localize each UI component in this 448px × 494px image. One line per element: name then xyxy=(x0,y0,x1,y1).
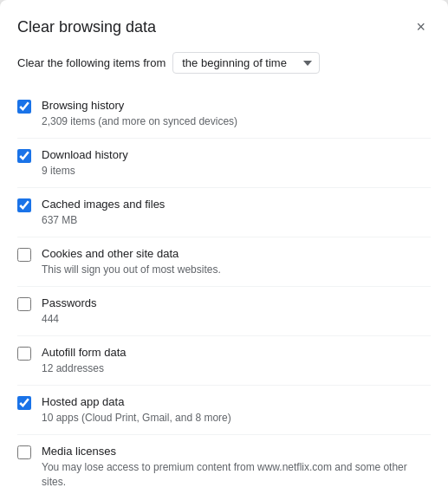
checkbox-input-cached-images[interactable] xyxy=(17,198,31,212)
checkbox-input-hosted-app[interactable] xyxy=(17,396,31,410)
time-range-select[interactable]: the beginning of timethe past hourthe pa… xyxy=(172,52,320,74)
item-label: Autofill form data xyxy=(42,345,431,361)
item-label: Cached images and files xyxy=(42,197,431,212)
list-item: Download history9 items xyxy=(17,139,431,188)
list-item: Browsing history2,309 items (and more on… xyxy=(17,89,431,139)
checkbox-cookies[interactable] xyxy=(17,248,31,265)
dialog-header: Clear browsing data × xyxy=(17,17,431,36)
checkbox-media-licenses[interactable] xyxy=(17,445,31,463)
checkbox-input-download-history[interactable] xyxy=(17,149,31,163)
list-item: Cached images and files637 MB xyxy=(17,188,431,237)
list-item: Cookies and other site dataThis will sig… xyxy=(17,237,431,287)
close-button[interactable]: × xyxy=(411,17,431,36)
item-sub: 12 addresses xyxy=(42,361,431,376)
list-item: Autofill form data12 addresses xyxy=(17,336,431,386)
checkbox-input-cookies[interactable] xyxy=(17,248,31,262)
item-label: Media licenses xyxy=(42,444,431,459)
item-sub: This will sign you out of most websites. xyxy=(42,263,431,277)
checkbox-browsing-history[interactable] xyxy=(17,100,31,117)
item-label: Hosted app data xyxy=(42,394,431,410)
checkbox-autofill[interactable] xyxy=(17,347,31,364)
list-item: Passwords444 xyxy=(17,287,431,336)
items-list: Browsing history2,309 items (and more on… xyxy=(17,89,431,494)
item-sub: 637 MB xyxy=(42,213,431,228)
item-sub: You may lose access to premium content f… xyxy=(42,460,431,490)
dialog-title: Clear browsing data xyxy=(17,18,156,36)
clear-browsing-data-dialog: Clear browsing data × Clear the followin… xyxy=(0,0,448,494)
list-item: Media licensesYou may lose access to pre… xyxy=(17,435,431,494)
item-label: Passwords xyxy=(42,296,431,311)
item-sub: 10 apps (Cloud Print, Gmail, and 8 more) xyxy=(42,411,431,426)
item-sub: 9 items xyxy=(42,164,431,179)
item-label: Browsing history xyxy=(42,98,431,114)
item-label: Cookies and other site data xyxy=(42,246,431,262)
time-range-label: Clear the following items from xyxy=(17,56,166,69)
checkbox-input-autofill[interactable] xyxy=(17,347,31,361)
item-label: Download history xyxy=(42,147,431,163)
checkbox-download-history[interactable] xyxy=(17,149,31,166)
list-item: Hosted app data10 apps (Cloud Print, Gma… xyxy=(17,386,431,435)
checkbox-hosted-app[interactable] xyxy=(17,396,31,413)
checkbox-passwords[interactable] xyxy=(17,297,31,315)
checkbox-cached-images[interactable] xyxy=(17,198,31,216)
item-sub: 2,309 items (and more on synced devices) xyxy=(42,114,431,129)
item-sub: 444 xyxy=(42,312,431,327)
time-range-row: Clear the following items from the begin… xyxy=(17,52,431,74)
checkbox-input-media-licenses[interactable] xyxy=(17,445,31,459)
checkbox-input-passwords[interactable] xyxy=(17,297,31,311)
checkbox-input-browsing-history[interactable] xyxy=(17,100,31,114)
